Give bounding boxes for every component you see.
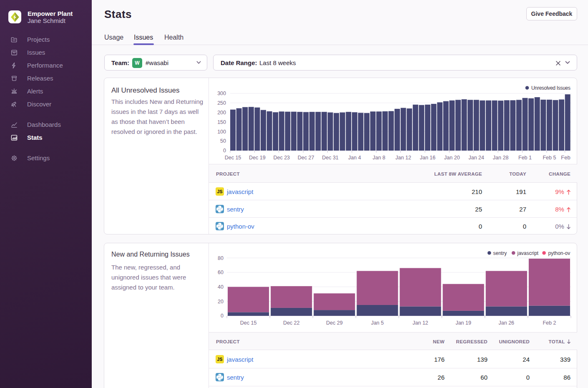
svg-text:Jan 26: Jan 26 (499, 320, 515, 326)
svg-text:Dec 19: Dec 19 (249, 155, 266, 161)
svg-text:Unresolved Issues: Unresolved Issues (531, 85, 570, 91)
svg-text:20: 20 (218, 299, 224, 305)
svg-text:300: 300 (217, 91, 226, 96)
svg-text:Jan 12: Jan 12 (395, 155, 411, 161)
svg-text:Feb: Feb (561, 154, 570, 161)
svg-text:Jan 28: Jan 28 (493, 155, 509, 161)
svg-text:Dec 22: Dec 22 (283, 320, 300, 326)
svg-text:Jan 8: Jan 8 (372, 155, 385, 161)
svg-text:sentry: sentry (493, 250, 507, 256)
svg-text:Dec 23: Dec 23 (273, 155, 290, 161)
svg-text:40: 40 (218, 284, 224, 290)
svg-text:Jan 4: Jan 4 (348, 155, 361, 161)
svg-text:Feb 2: Feb 2 (543, 320, 556, 326)
svg-text:150: 150 (217, 119, 226, 125)
svg-text:Dec 29: Dec 29 (326, 320, 343, 326)
svg-text:0: 0 (223, 148, 226, 154)
svg-text:Feb 1: Feb 1 (518, 155, 532, 161)
svg-text:Jan 24: Jan 24 (468, 155, 484, 161)
svg-text:200: 200 (217, 110, 226, 116)
svg-text:Jan 16: Jan 16 (420, 155, 436, 161)
svg-text:100: 100 (217, 129, 226, 135)
svg-text:Jan 20: Jan 20 (444, 155, 460, 161)
svg-text:Jan 19: Jan 19 (455, 320, 471, 326)
svg-text:Dec 15: Dec 15 (225, 155, 241, 161)
svg-text:250: 250 (217, 100, 226, 106)
svg-text:50: 50 (220, 138, 226, 144)
svg-text:0: 0 (221, 313, 224, 319)
svg-text:Jan 5: Jan 5 (371, 320, 384, 326)
svg-text:Feb 5: Feb 5 (543, 155, 556, 161)
svg-text:Dec 27: Dec 27 (298, 155, 314, 161)
svg-text:60: 60 (218, 270, 224, 275)
svg-text:python-ov: python-ov (548, 250, 570, 256)
svg-text:Dec 31: Dec 31 (322, 155, 339, 161)
svg-text:javascript: javascript (517, 250, 539, 256)
svg-text:Dec 15: Dec 15 (240, 320, 257, 326)
svg-text:80: 80 (218, 255, 224, 261)
svg-text:Jan 12: Jan 12 (412, 320, 428, 326)
